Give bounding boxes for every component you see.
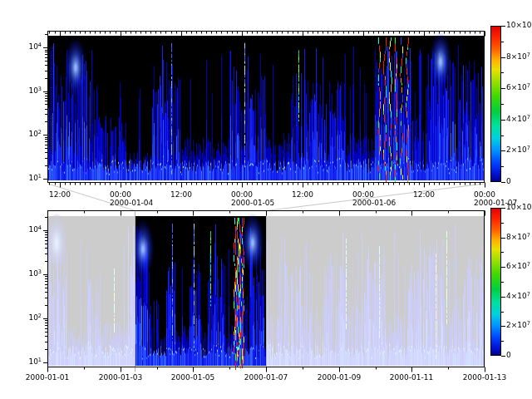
plot-window: 10410310210110410310210112:0000:00 2000-… — [0, 0, 532, 399]
spectrogram-canvas — [0, 0, 532, 399]
